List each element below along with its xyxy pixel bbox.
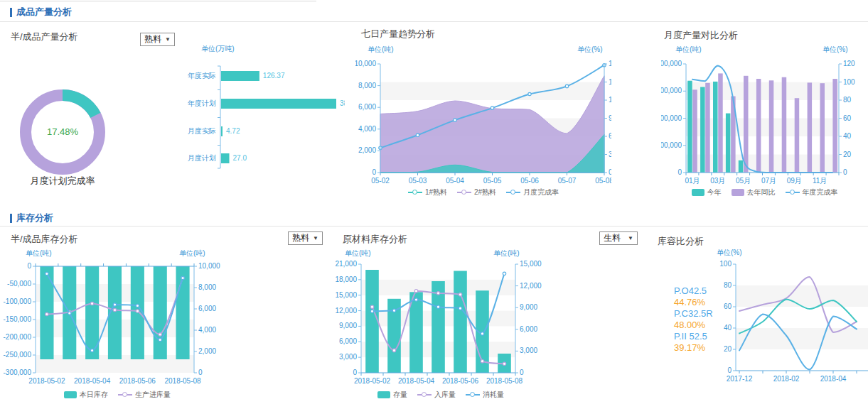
panel-title-capacity: 库容比分析 [658, 235, 704, 248]
data-point [90, 302, 93, 305]
data-point [436, 305, 439, 308]
bar [692, 89, 697, 173]
tick-label: 年度实际 [188, 72, 216, 80]
legend-label: 2#熟料 [474, 187, 496, 197]
legend-item-月度完成率[interactable]: 月度完成率 [506, 187, 559, 197]
tick-label: 0 [353, 369, 357, 376]
legend-item-1#熟料[interactable]: 1#熟料 [408, 187, 447, 197]
tick-label: 6,000 [520, 325, 537, 333]
section-title: 成品产量分析 [16, 6, 72, 18]
bar [795, 98, 800, 173]
legend-item-2#熟料[interactable]: 2#熟料 [457, 187, 496, 197]
tick-label: 2018-05-04 [398, 377, 435, 385]
dropdown-caret-icon: ▼ [628, 235, 633, 241]
tick-label: 6,000 [358, 103, 376, 111]
tick-label: 2017-12 [727, 375, 753, 383]
legend-item-去年同比[interactable]: 去年同比 [732, 187, 776, 197]
tick-label: 15 [609, 78, 611, 86]
tick-label: 60 [843, 114, 852, 122]
tick-label: 2018-05-02 [354, 377, 391, 385]
legend-swatch-icon [377, 391, 390, 398]
tick-label: -200,000 [4, 333, 32, 341]
legend-label: 消耗量 [483, 390, 504, 400]
tick-label: 05-06 [520, 177, 539, 185]
legend-label: 1#熟料 [425, 187, 447, 197]
tick-label: -150,000 [4, 315, 32, 323]
panel-title-monthly: 月度产量对比分析 [664, 29, 738, 42]
data-point [136, 310, 139, 312]
monthly-unit-left: 单位(吨) [675, 45, 702, 55]
tick-label: 0 [27, 262, 31, 270]
capacity-side-labels: P.O42.5 44.76% P.C32.5R 48.00% P.II 52.5… [674, 285, 713, 354]
legend-item-本日库存[interactable]: 本日库存 [64, 390, 108, 400]
cement-type-label: P.II 52.5 [674, 331, 713, 342]
tick-label: 100,000 [661, 141, 682, 149]
legend-label: 生产进库量 [135, 390, 171, 400]
tick-label: 月度计划 [188, 154, 216, 162]
production-dashboard: 成品产量分析 半/成品产量分析 熟料 ▼ 17.48% 月度计划完成率 单位(万… [0, 0, 868, 409]
data-point [503, 362, 505, 365]
data-point [528, 92, 531, 95]
capacity-ratio-chart: 1008060402002017-122018-022018-04 [711, 245, 868, 388]
panel-title-raw-stock: 原材料库存分析 [343, 233, 407, 246]
donut-center-value: 17.48% [11, 126, 114, 137]
tick-label: 0 [372, 168, 376, 176]
tick-label: 6 [609, 132, 611, 140]
tick-label: -250,000 [4, 351, 32, 359]
tick-label: 0 [520, 369, 524, 376]
output-bars-chart: 年度实际126.37年度计划380.0月度实际4.72月度计划27.0 [174, 53, 345, 175]
legend-item-今年[interactable]: 今年 [692, 187, 722, 197]
raw-stock-chart: 21,00018,00015,00012,0009,0006,0003,0000… [323, 245, 558, 388]
seven-day-unit-left: 单位(吨) [368, 45, 394, 55]
section-header-stock: 库存分析 [10, 212, 53, 224]
bar [154, 266, 167, 359]
tick-label: 6,000 [198, 305, 216, 312]
tick-label: 2018-05-02 [28, 377, 65, 385]
legend-label: 今年 [707, 187, 722, 197]
legend-item-入库量[interactable]: 入库量 [417, 390, 456, 400]
semi-output-material-select[interactable]: 熟料 ▼ [140, 33, 175, 46]
tick-label: 6,000 [339, 337, 357, 345]
tick-label: 400,000 [661, 60, 682, 67]
cement-type-pct: 48.00% [674, 320, 713, 331]
legend-item-存量[interactable]: 存量 [377, 390, 407, 400]
tick-label: 100 [843, 78, 855, 86]
tick-label: 05-03 [409, 177, 427, 185]
semi-stock-material-select[interactable]: 熟料 ▼ [288, 231, 323, 245]
tick-label: 0 [727, 366, 732, 374]
grid-band [736, 328, 868, 349]
tick-label: 2018-05-08 [486, 377, 523, 385]
output-bars-unit: 单位(万吨) [201, 44, 235, 54]
data-point [45, 312, 48, 315]
bar [744, 76, 749, 173]
tick-label: 15,000 [335, 291, 357, 299]
bar [409, 292, 423, 373]
data-point [436, 292, 439, 295]
legend-item-年度完成率[interactable]: 年度完成率 [786, 187, 838, 197]
bar [832, 79, 837, 173]
raw-stock-material-select[interactable]: 生料 ▼ [599, 231, 638, 245]
cement-type-label: P.O42.5 [674, 285, 713, 297]
legend-item-生产进库量[interactable]: 生产进库量 [118, 390, 171, 400]
panel-title-semi-stock: 半/成品库存分析 [11, 233, 78, 246]
dropdown-value: 熟料 [144, 33, 161, 45]
tick-label: -300,000 [4, 369, 32, 376]
bar-月度计划 [221, 153, 230, 163]
tick-label: 月度实际 [188, 127, 216, 135]
tick-label: 9 [609, 114, 611, 122]
data-point [491, 107, 493, 109]
cement-type-pct: 39.17% [674, 342, 713, 354]
data-point [159, 333, 161, 336]
bar [700, 87, 705, 173]
bar [454, 271, 467, 373]
donut-caption: 月度计划完成率 [4, 175, 121, 187]
legend-label: 月度完成率 [523, 187, 559, 197]
bar [820, 83, 825, 173]
data-point [370, 310, 373, 312]
legend-item-消耗量[interactable]: 消耗量 [466, 390, 504, 400]
seven-day-trend-chart: 10,0008,0006,0004,0002,0000181512963005-… [355, 55, 611, 186]
data-point [136, 304, 139, 307]
bar [782, 77, 787, 173]
cement-type-pct: 44.76% [674, 297, 713, 308]
seven-day-legend: 1#熟料2#熟料月度完成率 [355, 187, 611, 197]
